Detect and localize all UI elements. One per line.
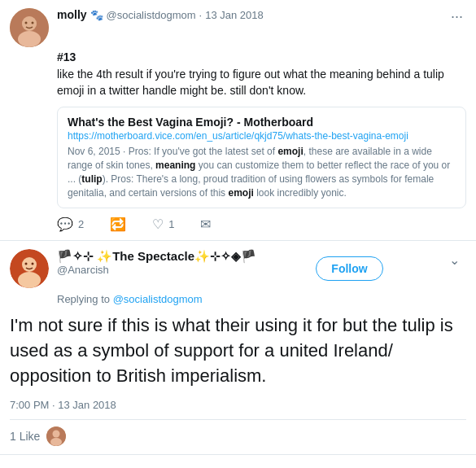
dm-button[interactable]: ✉ [200,217,211,232]
svg-point-2 [18,31,41,47]
tweet2-meta: 🏴✧⊹ ✨The Spectacle✨⊹✧◈🏴 @Anarcish [57,249,256,276]
link-card-url: https://motherboard.vice.com/en_us/artic… [68,130,456,142]
avatar [10,249,49,288]
tweet1-text: like the 4th result if you're trying to … [57,67,466,98]
tweet1-content: #13 like the 4th result if you're trying… [57,50,466,232]
tweet2-timestamp: 7:00 PM · 13 Jan 2018 [10,399,466,411]
tweet1-header: molly 🐾 @socialistdogmom · 13 Jan 2018 ·… [10,8,466,47]
retweet-icon: 🔁 [110,217,126,232]
link-card[interactable]: What's the Best Vagina Emoji? - Motherbo… [57,107,466,208]
tweet2-likes-section: 1 Like [10,419,466,446]
chevron-down-icon[interactable]: ⌄ [443,249,466,271]
tweet-number: #13 [57,50,466,63]
like-button[interactable]: ♡ 1 [152,217,174,232]
svg-point-4 [25,22,28,24]
reply-to: Replying to @socialistdogmom [57,293,466,305]
likes-count: 1 Like [10,430,40,443]
reply-button[interactable]: 💬 2 [57,217,84,232]
dm-icon: ✉ [200,217,211,232]
reply-to-user[interactable]: @socialistdogmom [113,293,203,305]
more-options-icon[interactable]: ··· [448,8,466,25]
tweet1-timestamp: 13 Jan 2018 [205,9,264,21]
svg-point-13 [50,438,62,446]
svg-point-12 [53,430,60,437]
svg-point-3 [22,16,37,31]
username[interactable]: @socialistdogmom [107,9,196,21]
tweet1-meta: molly 🐾 @socialistdogmom · 13 Jan 2018 [57,8,264,21]
follow-button[interactable]: Follow [316,256,382,281]
svg-point-9 [25,263,28,265]
retweet-button[interactable]: 🔁 [110,217,126,232]
svg-point-5 [32,22,34,24]
avatar [10,8,49,47]
link-card-title: What's the Best Vagina Emoji? - Motherbo… [68,116,456,129]
svg-point-10 [32,263,34,265]
tweet2-text: I'm not sure if this is what their using… [10,313,466,388]
like-count: 1 [168,218,174,230]
username[interactable]: @Anarcish [57,264,256,276]
link-card-description: Nov 6, 2015 · Pros: If you've got the la… [68,145,456,199]
liker-avatar [46,426,66,446]
tweet-1: molly 🐾 @socialistdogmom · 13 Jan 2018 ·… [0,0,476,241]
display-name: 🏴✧⊹ ✨The Spectacle✨⊹✧◈🏴 [57,249,256,264]
heart-icon: ♡ [152,217,164,232]
tweet-2: 🏴✧⊹ ✨The Spectacle✨⊹✧◈🏴 @Anarcish Follow… [0,241,476,454]
display-name: molly [57,8,87,21]
svg-point-7 [22,257,37,272]
reply-icon: 💬 [57,217,73,232]
tweet2-header: 🏴✧⊹ ✨The Spectacle✨⊹✧◈🏴 @Anarcish Follow… [10,249,466,288]
tweet1-actions: 💬 2 🔁 ♡ 1 ✉ [57,217,466,232]
reply-count: 2 [78,218,84,230]
verified-icon: 🐾 [90,9,103,21]
svg-point-8 [18,272,41,288]
